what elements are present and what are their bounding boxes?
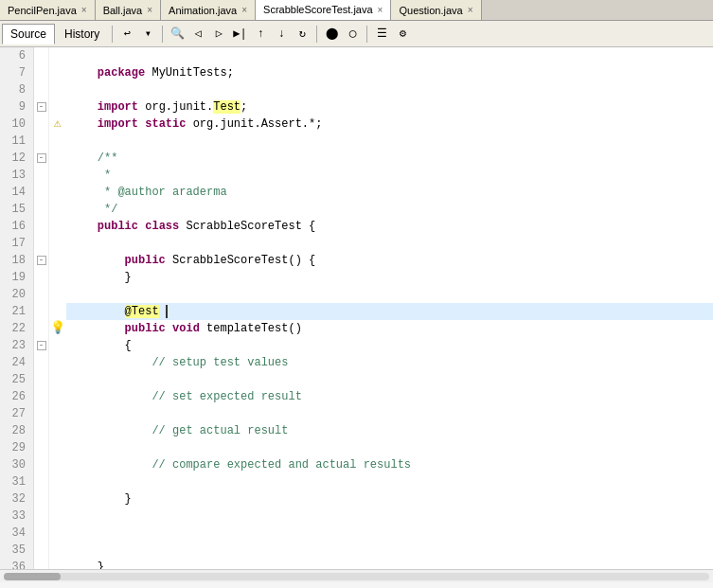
- annotation-icon: [49, 98, 66, 116]
- annotation-icon: [49, 525, 66, 542]
- code-line: [66, 371, 713, 388]
- editor-container: 6789101112131415161718192021222324252627…: [0, 47, 713, 569]
- code-line: [66, 405, 713, 422]
- code-line: public void templateTest(): [66, 320, 713, 337]
- nav-end-btn[interactable]: ↻: [292, 24, 312, 45]
- code-line: package MyUnitTests;: [66, 64, 713, 81]
- fold-icon: [34, 542, 48, 559]
- annotation-icon: [49, 252, 66, 269]
- line-number: 27: [0, 405, 29, 422]
- fold-icon: [34, 490, 48, 508]
- annotation-icon: [49, 337, 66, 354]
- nav-prev-btn[interactable]: ↑: [250, 24, 271, 45]
- annotation-icon: [49, 456, 66, 473]
- code-line: [66, 439, 713, 456]
- tab-close-icon[interactable]: ×: [81, 5, 87, 15]
- line-number: 21: [0, 303, 29, 320]
- toolbar-separator-2: [162, 26, 163, 43]
- fold-icon: [34, 201, 48, 218]
- fold-icon: [34, 473, 48, 490]
- settings-btn[interactable]: ⚙: [392, 24, 413, 45]
- line-number: 20: [0, 286, 29, 303]
- history-tab[interactable]: History: [56, 24, 108, 45]
- fold-icon: [34, 303, 48, 320]
- line-number: 6: [0, 47, 29, 64]
- code-line: [66, 235, 713, 252]
- line-number: 36: [0, 559, 29, 569]
- fold-icon: [34, 133, 48, 150]
- code-line: // setup test values: [66, 354, 713, 371]
- fold-icon: [34, 456, 48, 473]
- annotation-icon: [49, 473, 66, 490]
- annotation-icon: [49, 405, 66, 422]
- source-tab[interactable]: Source: [2, 24, 55, 45]
- tab-close-icon[interactable]: ×: [147, 5, 152, 15]
- tab-label: PencilPen.java: [8, 5, 77, 16]
- outline-btn[interactable]: ☰: [371, 24, 392, 45]
- fold-icon: [34, 371, 48, 388]
- fold-icon[interactable]: -: [34, 252, 48, 269]
- code-line: // compare expected and actual results: [66, 456, 713, 473]
- fold-icon: [34, 269, 48, 286]
- dropdown-btn[interactable]: ▾: [137, 24, 158, 45]
- line-number: 12: [0, 150, 29, 167]
- fold-icon: [34, 81, 48, 98]
- nav-forward-btn[interactable]: ▷: [208, 24, 229, 45]
- code-area[interactable]: package MyUnitTests; import org.junit.Te…: [66, 47, 713, 569]
- annotation-icon[interactable]: ⚠: [49, 116, 66, 133]
- annotation-icon: [49, 150, 66, 167]
- tab-label: Animation.java: [169, 5, 237, 16]
- tab-label: Ball.java: [103, 5, 143, 16]
- undo-btn[interactable]: ↩: [116, 24, 137, 45]
- tab-scrabble[interactable]: ScrabbleScoreTest.java ×: [256, 0, 391, 21]
- fold-icon: [34, 559, 48, 569]
- code-line: [66, 542, 713, 559]
- code-line: // get actual result: [66, 422, 713, 439]
- code-line: public class ScrabbleScoreTest {: [66, 218, 713, 235]
- line-number: 31: [0, 473, 29, 490]
- toggle-mark-btn[interactable]: ⬤: [321, 24, 342, 45]
- history-tab-label: History: [64, 27, 99, 41]
- annotation-icon: [49, 542, 66, 559]
- tab-ball[interactable]: Ball.java ×: [96, 0, 161, 21]
- fold-icon: [34, 405, 48, 422]
- toggle-mark2-btn[interactable]: ◯: [342, 24, 363, 45]
- toolbar-btn-group-1: ↩ ▾: [116, 24, 158, 45]
- line-number: 33: [0, 508, 29, 525]
- line-number: 10: [0, 116, 29, 133]
- line-number: 32: [0, 490, 29, 508]
- line-number: 26: [0, 388, 29, 405]
- search-btn[interactable]: 🔍: [167, 24, 187, 45]
- tab-animation[interactable]: Animation.java ×: [161, 0, 256, 21]
- scrollbar-track[interactable]: [4, 573, 709, 580]
- line-numbers-gutter: 6789101112131415161718192021222324252627…: [0, 47, 34, 569]
- fold-icon: [34, 508, 48, 525]
- line-number: 34: [0, 525, 29, 542]
- fold-icon[interactable]: -: [34, 98, 48, 116]
- code-line: [66, 47, 713, 64]
- fold-icon[interactable]: -: [34, 150, 48, 167]
- fold-icon: [34, 47, 48, 64]
- code-line: import org.junit.Test;: [66, 98, 713, 116]
- nav-back-btn[interactable]: ◁: [187, 24, 208, 45]
- annotation-icon: [49, 269, 66, 286]
- nav-next-btn[interactable]: ↓: [271, 24, 292, 45]
- tab-close-icon[interactable]: ×: [468, 5, 473, 15]
- annotation-icon: [49, 47, 66, 64]
- annotation-icon: [49, 559, 66, 569]
- annotation-icon: [49, 81, 66, 98]
- line-number: 15: [0, 201, 29, 218]
- toolbar-separator-3: [316, 26, 317, 43]
- annotation-icon: [49, 167, 66, 184]
- tab-question[interactable]: Question.java ×: [391, 0, 481, 21]
- tab-close-icon[interactable]: ×: [241, 5, 247, 15]
- tab-close-icon[interactable]: ×: [378, 5, 383, 15]
- fold-icon[interactable]: -: [34, 337, 48, 354]
- horizontal-scrollbar[interactable]: [0, 569, 713, 582]
- annotation-icon[interactable]: 💡: [49, 320, 66, 337]
- annotation-icon: [49, 303, 66, 320]
- annotation-icon: [49, 133, 66, 150]
- tab-pencilpen[interactable]: PencilPen.java ×: [0, 0, 96, 21]
- scrollbar-thumb[interactable]: [4, 573, 61, 580]
- nav-last-btn[interactable]: ▶|: [229, 24, 250, 45]
